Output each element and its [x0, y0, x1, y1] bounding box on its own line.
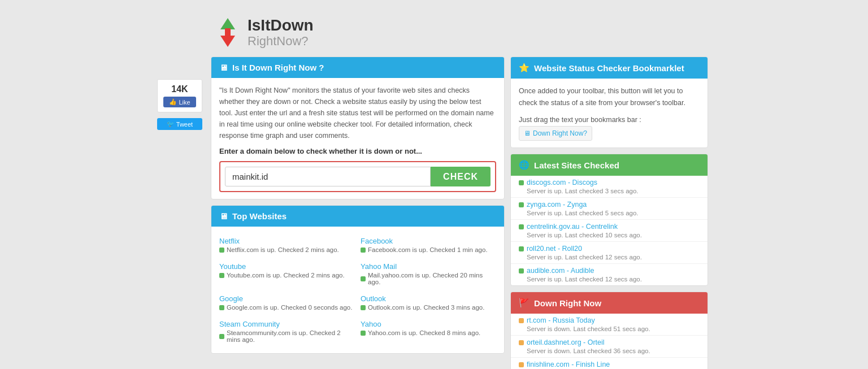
left-col: 🖥 Is It Down Right Now ? "Is It Down Rig… [211, 57, 505, 369]
status-dot [219, 334, 224, 339]
logo-icon [214, 17, 242, 48]
top-site-name[interactable]: Outlook [361, 294, 496, 303]
top-websites-panel: 🖥 Top Websites Netflix Netflix.com is up… [211, 205, 505, 354]
sites-grid: Netflix Netflix.com is up. Checked 2 min… [211, 227, 504, 353]
status-dot [519, 318, 524, 323]
logo-area: IsItDown RightNow? [211, 11, 708, 51]
down-site-item: rt.com - Russia Today Server is down. La… [511, 314, 708, 336]
latest-site-item: roll20.net - Roll20 Server is up. Last c… [511, 242, 708, 264]
latest-site-item: audible.com - Audible Server is up. Last… [511, 264, 708, 285]
check-box-wrapper: CHECK [219, 161, 496, 192]
fb-like-box: 14K 👍 Like [157, 79, 202, 112]
latest-site-name[interactable]: roll20.net - Roll20 [519, 245, 700, 253]
latest-site-name[interactable]: centrelink.gov.au - Centrelink [519, 223, 700, 231]
top-site-name[interactable]: Google [219, 294, 355, 303]
down-right-now-panel: 🚩 Down Right Now rt.com - Russia Today S… [510, 292, 708, 369]
bookmarklet-text2: Just drag the text your bookmarks bar : … [519, 114, 700, 141]
top-site-name[interactable]: Yahoo Mail [361, 262, 496, 271]
top-site-status: Youtube.com is up. Checked 2 mins ago. [219, 272, 355, 279]
status-dot [519, 224, 524, 229]
check-label: Enter a domain below to check whether it… [219, 147, 496, 155]
down-right-now-icon: 🚩 [519, 298, 530, 308]
status-dot [361, 331, 366, 336]
latest-site-name[interactable]: zynga.com - Zynga [519, 201, 700, 209]
latest-site-status: Server is up. Last checked 3 secs ago. [519, 188, 700, 194]
top-site-item: Yahoo Mail Mail.yahoo.com is up. Checked… [361, 259, 496, 289]
bookmarklet-link-icon: 🖥 [524, 128, 531, 139]
latest-site-item: centrelink.gov.au - Centrelink Server is… [511, 220, 708, 242]
bookmarklet-title: Website Status Checker Bookmarklet [534, 63, 684, 73]
status-dot [219, 273, 224, 278]
main-panel-title: Is It Down Right Now ? [232, 63, 324, 72]
top-site-status: Facebook.com is up. Checked 1 min ago. [361, 246, 496, 253]
latest-site-item: zynga.com - Zynga Server is up. Last che… [511, 198, 708, 220]
status-dot [361, 276, 366, 281]
status-dot [519, 340, 524, 345]
top-site-item: Youtube Youtube.com is up. Checked 2 min… [219, 259, 355, 289]
logo-text: IsItDown RightNow? [248, 17, 314, 48]
top-site-item: Google Google.com is up. Checked 0 secon… [219, 291, 355, 314]
top-site-item: Yahoo Yahoo.com is up. Checked 8 mins ag… [361, 316, 496, 346]
top-site-status: Netflix.com is up. Checked 2 mins ago. [219, 246, 355, 253]
top-site-item: Facebook Facebook.com is up. Checked 1 m… [361, 233, 496, 257]
status-dot [361, 248, 366, 253]
top-site-item: Outlook Outlook.com is up. Checked 3 min… [361, 291, 496, 314]
svg-marker-1 [220, 28, 235, 47]
bookmarklet-link[interactable]: 🖥 Down Right Now? [519, 126, 592, 141]
top-site-name[interactable]: Facebook [361, 237, 496, 245]
status-dot [219, 305, 224, 310]
latest-site-name[interactable]: discogs.com - Discogs [519, 179, 700, 186]
tweet-button[interactable]: 🐦 Tweet [157, 118, 202, 130]
twitter-icon: 🐦 [167, 120, 175, 128]
top-site-name[interactable]: Youtube [219, 262, 355, 271]
top-site-item: Netflix Netflix.com is up. Checked 2 min… [219, 233, 355, 257]
top-websites-title: Top Websites [232, 211, 287, 221]
top-site-status: Yahoo.com is up. Checked 8 mins ago. [361, 329, 496, 336]
domain-input[interactable] [225, 167, 431, 186]
tweet-label: Tweet [176, 121, 193, 128]
down-right-now-list: rt.com - Russia Today Server is down. La… [511, 314, 708, 369]
top-site-status: Steamcommunity.com is up. Checked 2 mins… [219, 329, 355, 343]
fb-like-button[interactable]: 👍 Like [163, 97, 196, 107]
down-site-name[interactable]: orteil.dashnet.org - Orteil [519, 338, 700, 346]
status-dot [519, 180, 524, 185]
page-wrapper: 14K 👍 Like 🐦 Tweet IsIt [0, 0, 868, 369]
bookmarklet-header: ⭐ Website Status Checker Bookmarklet [511, 57, 708, 79]
bookmarklet-body: Once added to your toolbar, this button … [511, 79, 708, 147]
bookmarklet-link-label: Down Right Now? [533, 128, 587, 139]
right-col: ⭐ Website Status Checker Bookmarklet Onc… [510, 57, 708, 369]
logo-light: RightNow? [248, 34, 309, 48]
top-site-name[interactable]: Steam Community [219, 320, 355, 328]
top-site-item: Steam Community Steamcommunity.com is up… [219, 316, 355, 346]
down-site-item: orteil.dashnet.org - Orteil Server is do… [511, 336, 708, 358]
main-panel-body: "Is It Down Right Now" monitors the stat… [211, 78, 504, 199]
top-site-status: Google.com is up. Checked 0 seconds ago. [219, 304, 355, 311]
bookmarklet-icon: ⭐ [519, 63, 530, 73]
top-websites-header: 🖥 Top Websites [211, 206, 504, 227]
top-websites-icon: 🖥 [219, 211, 228, 221]
fb-label: Like [179, 99, 190, 106]
status-dot [519, 246, 524, 251]
latest-sites-list: discogs.com - Discogs Server is up. Last… [511, 176, 708, 285]
status-dot [519, 268, 524, 274]
down-right-now-header: 🚩 Down Right Now [511, 292, 708, 314]
top-site-name[interactable]: Netflix [219, 237, 355, 245]
check-button[interactable]: CHECK [431, 167, 491, 186]
top-site-name[interactable]: Yahoo [361, 320, 496, 328]
fb-count: 14K [163, 84, 196, 94]
main-panel: 🖥 Is It Down Right Now ? "Is It Down Rig… [211, 57, 505, 199]
latest-sites-header: 🌐 Latest Sites Checked [511, 154, 708, 176]
thumb-icon: 👍 [169, 98, 177, 106]
bookmarklet-text1: Once added to your toolbar, this button … [519, 85, 700, 110]
latest-site-name[interactable]: audible.com - Audible [519, 267, 700, 275]
down-site-name[interactable]: rt.com - Russia Today [519, 316, 700, 324]
status-dot [219, 248, 224, 253]
down-site-status: Server is down. Last checked 36 secs ago… [519, 348, 700, 354]
top-site-status: Outlook.com is up. Checked 3 mins ago. [361, 304, 496, 311]
main-panel-header: 🖥 Is It Down Right Now ? [211, 57, 504, 78]
status-dot [361, 305, 366, 310]
down-site-name[interactable]: finishline.com - Finish Line [519, 361, 700, 368]
content-columns: 🖥 Is It Down Right Now ? "Is It Down Rig… [211, 57, 708, 369]
latest-site-status: Server is up. Last checked 12 secs ago. [519, 276, 700, 283]
main-content: IsItDown RightNow? 🖥 Is It Down Right No… [205, 6, 714, 369]
